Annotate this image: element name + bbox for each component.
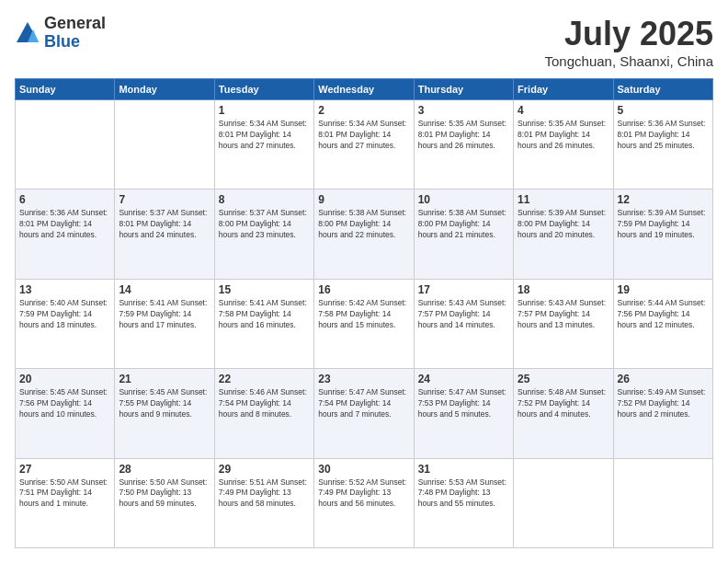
cell-info: Sunrise: 5:47 AM Sunset: 7:54 PM Dayligh…	[318, 387, 409, 420]
cell-info: Sunrise: 5:46 AM Sunset: 7:54 PM Dayligh…	[219, 387, 310, 420]
cell-info: Sunrise: 5:51 AM Sunset: 7:49 PM Dayligh…	[219, 477, 310, 511]
title-block: July 2025 Tongchuan, Shaanxi, China	[545, 15, 713, 69]
calendar-cell: 25Sunrise: 5:48 AM Sunset: 7:52 PM Dayli…	[514, 369, 613, 458]
calendar-cell: 23Sunrise: 5:47 AM Sunset: 7:54 PM Dayli…	[314, 369, 414, 458]
calendar-cell	[514, 458, 613, 547]
cell-info: Sunrise: 5:38 AM Sunset: 8:00 PM Dayligh…	[318, 208, 409, 241]
calendar-week-row: 27Sunrise: 5:50 AM Sunset: 7:51 PM Dayli…	[16, 458, 713, 547]
cell-info: Sunrise: 5:45 AM Sunset: 7:55 PM Dayligh…	[119, 387, 210, 420]
calendar-cell: 21Sunrise: 5:45 AM Sunset: 7:55 PM Dayli…	[115, 369, 214, 458]
calendar-cell: 8Sunrise: 5:37 AM Sunset: 8:00 PM Daylig…	[214, 190, 313, 279]
day-number: 10	[418, 193, 509, 206]
calendar-cell: 4Sunrise: 5:35 AM Sunset: 8:01 PM Daylig…	[514, 100, 613, 190]
calendar-cell: 27Sunrise: 5:50 AM Sunset: 7:51 PM Dayli…	[16, 458, 115, 547]
day-number: 29	[219, 463, 310, 476]
weekday-header: Monday	[115, 79, 214, 100]
calendar-cell: 6Sunrise: 5:36 AM Sunset: 8:01 PM Daylig…	[16, 190, 115, 279]
calendar-cell: 13Sunrise: 5:40 AM Sunset: 7:59 PM Dayli…	[16, 279, 115, 368]
weekday-header: Friday	[514, 79, 613, 100]
cell-info: Sunrise: 5:36 AM Sunset: 8:01 PM Dayligh…	[618, 119, 709, 152]
day-number: 7	[119, 193, 210, 206]
day-number: 21	[119, 373, 210, 385]
calendar-cell: 7Sunrise: 5:37 AM Sunset: 8:01 PM Daylig…	[115, 190, 214, 279]
calendar-table: SundayMondayTuesdayWednesdayThursdayFrid…	[15, 78, 713, 548]
cell-info: Sunrise: 5:39 AM Sunset: 7:59 PM Dayligh…	[618, 208, 709, 241]
cell-info: Sunrise: 5:42 AM Sunset: 7:58 PM Dayligh…	[318, 298, 409, 331]
cell-info: Sunrise: 5:49 AM Sunset: 7:52 PM Dayligh…	[618, 387, 709, 420]
day-number: 17	[418, 283, 509, 296]
calendar-cell: 17Sunrise: 5:43 AM Sunset: 7:57 PM Dayli…	[414, 279, 513, 368]
day-number: 12	[618, 193, 709, 206]
calendar-cell: 30Sunrise: 5:52 AM Sunset: 7:49 PM Dayli…	[314, 458, 414, 547]
day-number: 18	[518, 283, 609, 296]
calendar-header-row: SundayMondayTuesdayWednesdayThursdayFrid…	[16, 79, 713, 100]
calendar-cell: 22Sunrise: 5:46 AM Sunset: 7:54 PM Dayli…	[214, 369, 313, 458]
cell-info: Sunrise: 5:40 AM Sunset: 7:59 PM Dayligh…	[19, 298, 110, 331]
cell-info: Sunrise: 5:38 AM Sunset: 8:00 PM Dayligh…	[418, 208, 509, 241]
cell-info: Sunrise: 5:35 AM Sunset: 8:01 PM Dayligh…	[518, 119, 609, 152]
calendar-cell	[115, 100, 214, 190]
day-number: 6	[19, 193, 110, 206]
calendar-cell	[16, 100, 115, 190]
header: General Blue July 2025 Tongchuan, Shaanx…	[15, 15, 713, 69]
calendar-cell	[613, 458, 712, 547]
logo: General Blue	[15, 15, 106, 52]
calendar-cell: 11Sunrise: 5:39 AM Sunset: 8:00 PM Dayli…	[514, 190, 613, 279]
calendar-cell: 14Sunrise: 5:41 AM Sunset: 7:59 PM Dayli…	[115, 279, 214, 368]
cell-info: Sunrise: 5:34 AM Sunset: 8:01 PM Dayligh…	[219, 119, 310, 152]
calendar-cell: 5Sunrise: 5:36 AM Sunset: 8:01 PM Daylig…	[613, 100, 712, 190]
cell-info: Sunrise: 5:45 AM Sunset: 7:56 PM Dayligh…	[19, 387, 110, 420]
day-number: 16	[318, 283, 409, 296]
cell-info: Sunrise: 5:47 AM Sunset: 7:53 PM Dayligh…	[418, 387, 509, 420]
cell-info: Sunrise: 5:43 AM Sunset: 7:57 PM Dayligh…	[518, 298, 609, 331]
calendar-cell: 12Sunrise: 5:39 AM Sunset: 7:59 PM Dayli…	[613, 190, 712, 279]
weekday-header: Thursday	[414, 79, 513, 100]
cell-info: Sunrise: 5:39 AM Sunset: 8:00 PM Dayligh…	[518, 208, 609, 241]
calendar-week-row: 20Sunrise: 5:45 AM Sunset: 7:56 PM Dayli…	[16, 369, 713, 458]
day-number: 19	[618, 283, 709, 296]
day-number: 3	[418, 104, 509, 117]
cell-info: Sunrise: 5:43 AM Sunset: 7:57 PM Dayligh…	[418, 298, 509, 331]
calendar-cell: 1Sunrise: 5:34 AM Sunset: 8:01 PM Daylig…	[214, 100, 313, 190]
logo-general: General	[44, 15, 106, 33]
day-number: 2	[318, 104, 409, 117]
calendar-cell: 26Sunrise: 5:49 AM Sunset: 7:52 PM Dayli…	[613, 369, 712, 458]
cell-info: Sunrise: 5:35 AM Sunset: 8:01 PM Dayligh…	[418, 119, 509, 152]
day-number: 11	[518, 193, 609, 206]
day-number: 30	[318, 463, 409, 476]
day-number: 31	[418, 463, 509, 476]
day-number: 9	[318, 193, 409, 206]
calendar-cell: 29Sunrise: 5:51 AM Sunset: 7:49 PM Dayli…	[214, 458, 313, 547]
cell-info: Sunrise: 5:41 AM Sunset: 7:59 PM Dayligh…	[119, 298, 210, 331]
cell-info: Sunrise: 5:50 AM Sunset: 7:50 PM Dayligh…	[119, 477, 210, 511]
logo-icon	[15, 20, 40, 46]
calendar-week-row: 1Sunrise: 5:34 AM Sunset: 8:01 PM Daylig…	[16, 100, 713, 190]
calendar-cell: 18Sunrise: 5:43 AM Sunset: 7:57 PM Dayli…	[514, 279, 613, 368]
day-number: 28	[119, 463, 210, 476]
calendar-cell: 16Sunrise: 5:42 AM Sunset: 7:58 PM Dayli…	[314, 279, 414, 368]
logo-blue: Blue	[44, 33, 106, 52]
cell-info: Sunrise: 5:37 AM Sunset: 8:00 PM Dayligh…	[219, 208, 310, 241]
page: General Blue July 2025 Tongchuan, Shaanx…	[0, 0, 728, 563]
cell-info: Sunrise: 5:52 AM Sunset: 7:49 PM Dayligh…	[318, 477, 409, 511]
cell-info: Sunrise: 5:50 AM Sunset: 7:51 PM Dayligh…	[19, 477, 110, 511]
cell-info: Sunrise: 5:44 AM Sunset: 7:56 PM Dayligh…	[618, 298, 709, 331]
calendar-cell: 15Sunrise: 5:41 AM Sunset: 7:58 PM Dayli…	[214, 279, 313, 368]
day-number: 25	[518, 373, 609, 385]
cell-info: Sunrise: 5:48 AM Sunset: 7:52 PM Dayligh…	[518, 387, 609, 420]
weekday-header: Wednesday	[314, 79, 414, 100]
weekday-header: Sunday	[16, 79, 115, 100]
day-number: 23	[318, 373, 409, 385]
calendar-week-row: 6Sunrise: 5:36 AM Sunset: 8:01 PM Daylig…	[16, 190, 713, 279]
calendar-cell: 3Sunrise: 5:35 AM Sunset: 8:01 PM Daylig…	[414, 100, 513, 190]
calendar-cell: 20Sunrise: 5:45 AM Sunset: 7:56 PM Dayli…	[16, 369, 115, 458]
calendar-cell: 28Sunrise: 5:50 AM Sunset: 7:50 PM Dayli…	[115, 458, 214, 547]
day-number: 13	[19, 283, 110, 296]
day-number: 14	[119, 283, 210, 296]
logo-text: General Blue	[44, 15, 106, 52]
calendar-cell: 9Sunrise: 5:38 AM Sunset: 8:00 PM Daylig…	[314, 190, 414, 279]
calendar-cell: 19Sunrise: 5:44 AM Sunset: 7:56 PM Dayli…	[613, 279, 712, 368]
day-number: 20	[19, 373, 110, 385]
day-number: 24	[418, 373, 509, 385]
day-number: 1	[219, 104, 310, 117]
